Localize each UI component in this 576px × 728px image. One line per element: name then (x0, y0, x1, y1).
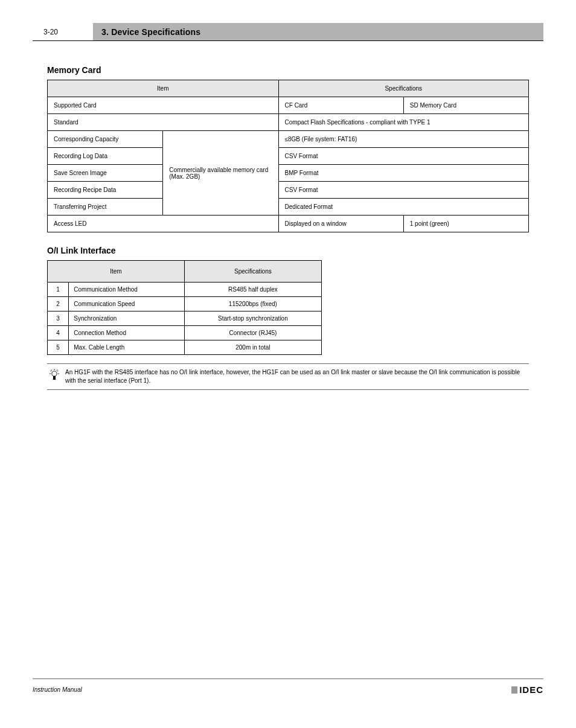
cell-label: Connection Method (69, 326, 185, 340)
cell-value: Compact Flash Specifications - compliant… (278, 114, 528, 131)
logo-square-icon (511, 686, 517, 694)
table-row: Transferring Project Dedicated Format (48, 199, 529, 216)
memory-card-table: Item Specifications Supported Card CF Ca… (47, 80, 529, 232)
cell-label: Recording Log Data (48, 148, 163, 165)
cell-label: Synchronization (69, 311, 185, 326)
cell-value: Connector (RJ45) (184, 326, 321, 340)
table-row: 3 Synchronization Start-stop synchroniza… (48, 311, 322, 326)
cell-index: 5 (48, 340, 69, 355)
table-row: Save Screen Image BMP Format (48, 165, 529, 182)
cell-label: Communication Method (69, 283, 185, 297)
table-header-item: Item (48, 261, 185, 283)
cell-value: CF Card (278, 97, 403, 114)
table-row: Standard Compact Flash Specifications - … (48, 114, 529, 131)
svg-line-6 (51, 369, 52, 371)
cell-value: Displayed on a window (278, 216, 403, 232)
table-header-item: Item (48, 80, 279, 97)
lightbulb-icon (47, 368, 62, 382)
cell-label: Save Screen Image (48, 165, 163, 182)
cell-value: RS485 half duplex (184, 283, 321, 297)
svg-point-0 (52, 371, 57, 376)
cell-index: 4 (48, 326, 69, 340)
cell-index: 1 (48, 283, 69, 297)
svg-rect-9 (53, 379, 56, 380)
page-number: 3-20 (33, 23, 93, 40)
table-row: Recording Recipe Data CSV Format (48, 182, 529, 199)
section-oilink-title: O/I Link Interface (47, 246, 529, 255)
note-text: An HG1F with the RS485 interface has no … (62, 368, 529, 385)
table-row: Access LED Displayed on a window 1 point… (48, 216, 529, 232)
cell-value: BMP Format (278, 165, 528, 182)
chapter-title: 3. Device Specifications (93, 23, 543, 40)
cell-label: Standard (48, 114, 279, 131)
cell-value: 115200bps (fixed) (184, 297, 321, 311)
cell-value: 1 point (green) (403, 216, 528, 232)
cell-value: 200m in total (184, 340, 321, 355)
cell-value: Dedicated Format (278, 199, 528, 216)
cell-index: 2 (48, 297, 69, 311)
cell-label: Recording Recipe Data (48, 182, 163, 199)
table-header-spec: Specifications (184, 261, 321, 283)
cell-label: Transferring Project (48, 199, 163, 216)
cell-label: Access LED (48, 216, 279, 232)
note-block: An HG1F with the RS485 interface has no … (47, 363, 529, 390)
table-row: Recording Log Data CSV Format (48, 148, 529, 165)
logo-text: IDEC (519, 685, 543, 695)
footer-doc-title: Instruction Manual (33, 686, 82, 693)
table-row: Supported Card CF Card SD Memory Card (48, 97, 529, 114)
oilink-table: Item Specifications 1 Communication Meth… (47, 260, 322, 355)
section-memory-card-title: Memory Card (47, 65, 529, 75)
footer-logo: IDEC (511, 685, 543, 695)
table-row: 1 Communication Method RS485 half duplex (48, 283, 322, 297)
table-row: 4 Connection Method Connector (RJ45) (48, 326, 322, 340)
table-row: 2 Communication Speed 115200bps (fixed) (48, 297, 322, 311)
table-row: 5 Max. Cable Length 200m in total (48, 340, 322, 355)
cell-label: Corresponding Capacity (48, 131, 163, 148)
cell-label: Max. Cable Length (69, 340, 185, 355)
cell-value: Start-stop synchronization (184, 311, 321, 326)
cell-value: SD Memory Card (403, 97, 528, 114)
svg-line-2 (51, 371, 52, 371)
cell-value: CSV Format (278, 148, 528, 165)
cell-label: Supported Card (48, 97, 279, 114)
cell-group-value: Commercially available memory card (Max.… (163, 131, 278, 216)
cell-index: 3 (48, 311, 69, 326)
cell-label: Communication Speed (69, 297, 185, 311)
cell-value: CSV Format (278, 182, 528, 199)
svg-rect-8 (53, 376, 56, 379)
svg-line-7 (57, 369, 57, 371)
table-row: Corresponding Capacity Commercially avai… (48, 131, 529, 148)
cell-value: ≤8GB (File system: FAT16) (278, 131, 528, 148)
table-header-spec: Specifications (278, 80, 528, 97)
svg-line-3 (57, 371, 59, 371)
